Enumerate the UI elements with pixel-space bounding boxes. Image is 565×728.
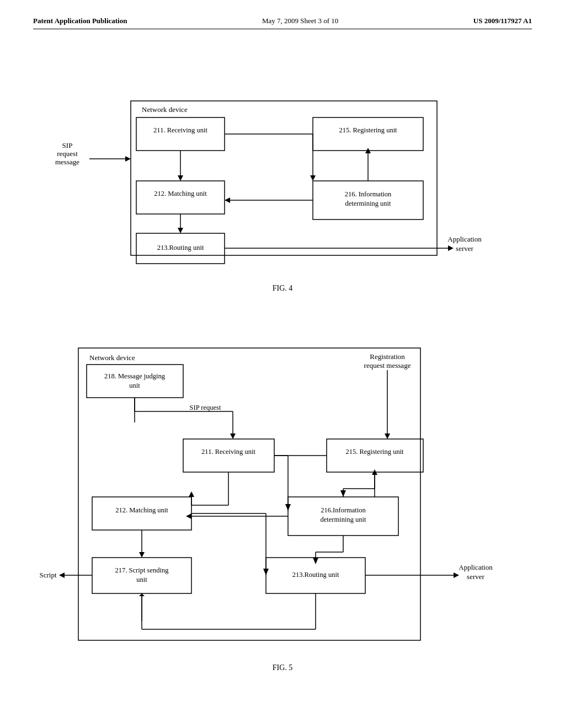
svg-text:213.Routing unit: 213.Routing unit xyxy=(292,571,339,579)
svg-text:server: server xyxy=(456,244,473,253)
page: Patent Application Publication May 7, 20… xyxy=(0,0,565,728)
arrow-213-to-appserver xyxy=(448,245,454,251)
svg-text:request message: request message xyxy=(364,361,411,370)
arrow-217-to-script xyxy=(59,572,65,578)
svg-text:unit: unit xyxy=(129,382,140,389)
svg-text:212. Matching unit: 212. Matching unit xyxy=(115,506,168,514)
fig5-app-server-label: Application xyxy=(459,563,493,571)
svg-text:determining unit: determining unit xyxy=(321,516,366,523)
fig5-network-device-label: Network device xyxy=(89,354,135,362)
svg-text:215. Registering unit: 215. Registering unit xyxy=(345,448,404,456)
box-212 xyxy=(136,181,225,214)
fig5-box-211 xyxy=(183,439,274,472)
svg-text:determining unit: determining unit xyxy=(345,200,391,207)
svg-text:unit: unit xyxy=(136,576,147,584)
arrow-to-receiving xyxy=(125,156,131,162)
arrow-218-to-211 xyxy=(230,433,236,439)
svg-text:211. Receiving unit: 211. Receiving unit xyxy=(201,448,255,456)
fig5-network-device-border xyxy=(78,348,420,640)
arrow-to-216 xyxy=(310,175,316,181)
fig5-box-215 xyxy=(327,439,423,472)
box-218 xyxy=(87,365,183,398)
sip-request-label: SIP xyxy=(62,141,73,149)
box-211 xyxy=(136,117,225,151)
svg-text:message: message xyxy=(55,158,79,166)
arrow-213-to-appserver-fig5 xyxy=(454,572,459,578)
arrow-216-to-213 xyxy=(313,558,318,564)
svg-text:Registration: Registration xyxy=(370,352,405,361)
network-device-border xyxy=(131,101,437,255)
arrow-216-to-212 xyxy=(186,513,191,519)
header-left: Patent Application Publication xyxy=(33,17,127,25)
arrow-211-to-212-fig5 xyxy=(189,491,194,497)
svg-text:SIP request: SIP request xyxy=(190,404,221,411)
header-right: US 2009/117927 A1 xyxy=(473,17,532,25)
arrow-212-to-217 xyxy=(139,552,145,558)
arrow-211-to-212 xyxy=(178,175,183,181)
svg-text:213.Routing unit: 213.Routing unit xyxy=(157,244,204,251)
arrow-reg-to-215 xyxy=(385,433,390,439)
svg-text:212. Matching unit: 212. Matching unit xyxy=(154,190,207,197)
svg-text:218. Message judging: 218. Message judging xyxy=(104,372,166,380)
page-header: Patent Application Publication May 7, 20… xyxy=(33,17,532,29)
script-label: Script xyxy=(39,571,56,579)
fig4-diagram: SIP request message Network device 211. … xyxy=(45,46,520,277)
fig4-section: SIP request message Network device 211. … xyxy=(33,46,532,293)
arrow-215-to-216 xyxy=(340,490,346,497)
fig5-caption: FIG. 5 xyxy=(33,663,532,672)
arrow-216-to-212 xyxy=(225,197,230,203)
box-215 xyxy=(313,117,423,151)
svg-text:215. Registering unit: 215. Registering unit xyxy=(339,126,397,134)
svg-text:server: server xyxy=(467,572,484,581)
arrow-211-to-216 xyxy=(285,504,291,511)
fig5-diagram: Network device Registration request mess… xyxy=(34,315,531,657)
fig4-caption: FIG. 4 xyxy=(33,284,532,293)
svg-text:request: request xyxy=(57,149,78,158)
svg-text:211. Receiving unit: 211. Receiving unit xyxy=(153,126,207,134)
app-server-label: Application xyxy=(447,235,482,243)
header-center: May 7, 2009 Sheet 3 of 10 xyxy=(262,17,338,25)
fig5-section: Network device Registration request mess… xyxy=(33,315,532,672)
network-device-label: Network device xyxy=(142,105,188,114)
svg-text:216.Information: 216.Information xyxy=(321,506,366,514)
arrow-212-to-213 xyxy=(178,228,183,233)
svg-text:217. Script sending: 217. Script sending xyxy=(115,566,169,574)
arrow-212-to-213 xyxy=(263,569,269,575)
svg-text:216. Information: 216. Information xyxy=(345,190,392,198)
